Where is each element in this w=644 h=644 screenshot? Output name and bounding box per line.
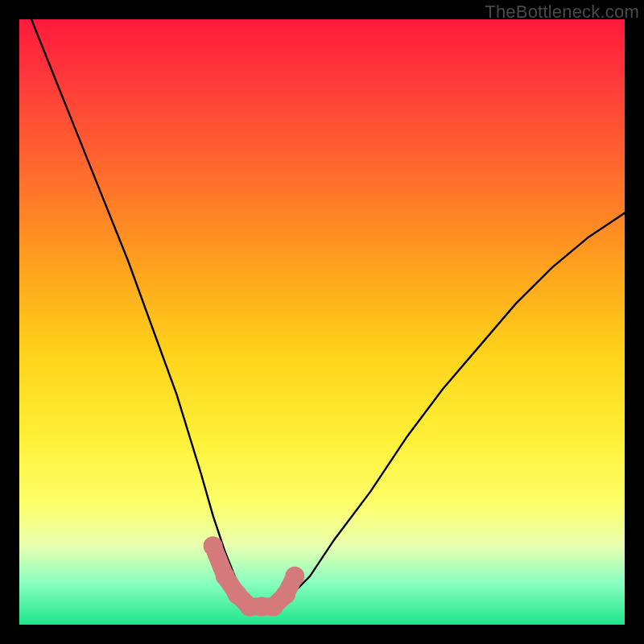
bottleneck-curve [31, 19, 625, 606]
optimal-zone-dot [276, 584, 295, 604]
plot-area [19, 19, 625, 625]
optimal-zone-dots [204, 536, 305, 616]
optimal-zone-dot [216, 567, 235, 586]
chart-svg [19, 19, 625, 625]
watermark-text: TheBottleneck.com [485, 2, 639, 23]
optimal-zone-dot [285, 567, 304, 586]
optimal-zone-dot [204, 536, 223, 555]
